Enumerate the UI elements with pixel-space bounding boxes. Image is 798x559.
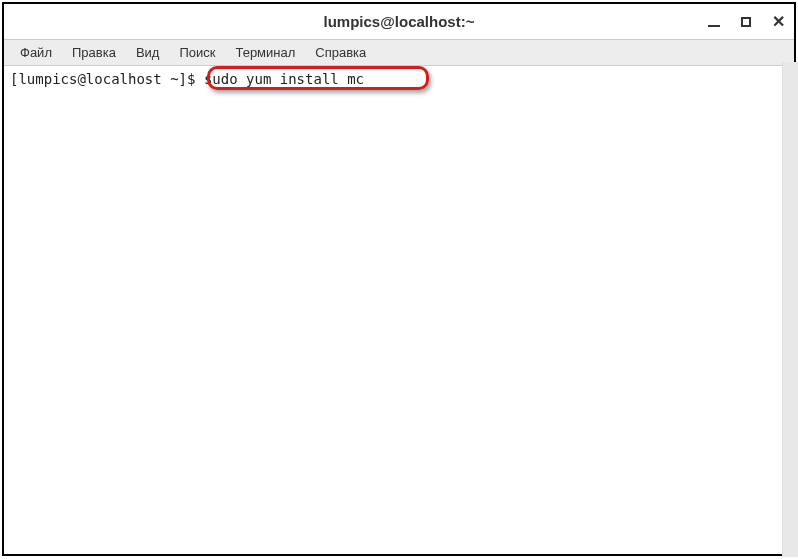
terminal-line: [lumpics@localhost ~]$ sudo yum install … <box>10 70 788 90</box>
close-button[interactable]: ✕ <box>770 14 786 30</box>
terminal-command: sudo yum install mc <box>204 71 364 87</box>
terminal-prompt: [lumpics@localhost ~]$ <box>10 71 204 87</box>
scrollbar[interactable] <box>782 62 798 557</box>
menu-file[interactable]: Файл <box>10 42 62 63</box>
menu-edit[interactable]: Правка <box>62 42 126 63</box>
menu-help[interactable]: Справка <box>305 42 376 63</box>
menubar: Файл Правка Вид Поиск Терминал Справка <box>4 40 794 66</box>
menu-search[interactable]: Поиск <box>169 42 225 63</box>
window-controls: ✕ <box>706 4 786 40</box>
titlebar[interactable]: lumpics@localhost:~ ✕ <box>4 4 794 40</box>
minimize-button[interactable] <box>706 14 722 30</box>
scrollbar-thumb[interactable] <box>783 62 798 557</box>
close-icon: ✕ <box>772 14 785 30</box>
maximize-icon <box>741 17 751 27</box>
menu-terminal[interactable]: Терминал <box>225 42 305 63</box>
terminal-area[interactable]: [lumpics@localhost ~]$ sudo yum install … <box>4 66 794 554</box>
menu-view[interactable]: Вид <box>126 42 170 63</box>
maximize-button[interactable] <box>738 14 754 30</box>
minimize-icon <box>708 25 720 27</box>
window-title: lumpics@localhost:~ <box>324 13 475 30</box>
window-frame: lumpics@localhost:~ ✕ Файл Правка Вид По… <box>2 2 796 556</box>
